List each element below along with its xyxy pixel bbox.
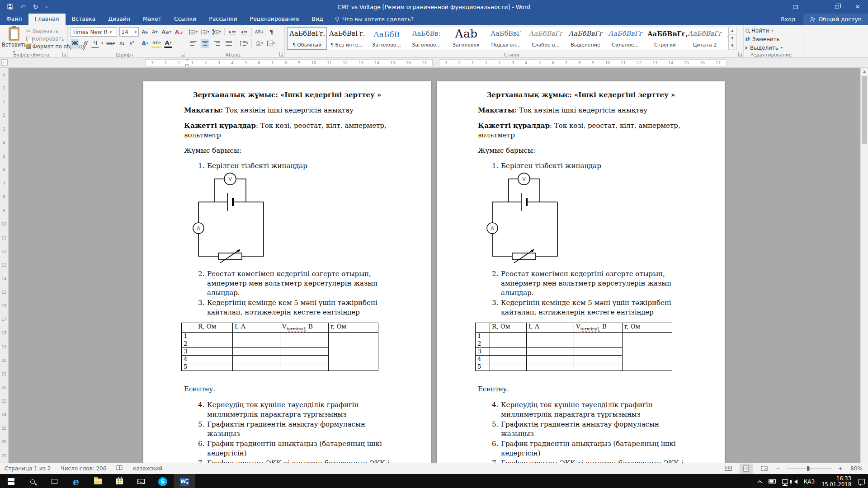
vertical-scrollbar[interactable]: ▲ [860,68,868,463]
text-effects-button[interactable]: А▾ [141,39,149,48]
style-item[interactable]: АаБбВвГ Подзагол... [486,27,526,50]
show-marks-button[interactable]: ¶ [267,28,276,37]
numbering-button[interactable]: 123▾ [201,28,209,37]
ribbon-tab[interactable]: Рассылки [203,14,243,25]
scroll-up-button[interactable]: ▲ [861,68,868,75]
ribbon-tab[interactable]: Вставка [66,14,102,25]
highlight-color-button[interactable]: ab▾ [151,39,162,48]
customize-qat-button[interactable]: ▿ [45,5,47,9]
align-left-button[interactable] [189,39,198,48]
decrease-indent-button[interactable] [228,28,236,37]
paste-button[interactable]: Вставить ▾ [2,26,26,51]
ribbon-tab[interactable]: Вид [306,14,330,25]
taskbar-search-button[interactable] [22,474,43,488]
indent-marker[interactable] [185,59,189,67]
minimize-button[interactable] [806,0,826,14]
taskbar-skype-button[interactable]: S [152,474,174,488]
results-table[interactable]: R, Ом I, A Vterminal, В r, Ом 1 2 3 4 5 [181,323,378,371]
shrink-font-button[interactable]: А▼ [151,28,159,37]
taskbar-mail-button[interactable] [130,474,152,488]
shading-button[interactable]: ▾ [255,39,264,48]
clear-formatting-button[interactable]: А◢ [174,28,183,37]
undo-button[interactable]: ↶ [20,4,26,10]
gallery-more-button[interactable]: ▼̱ [729,42,736,50]
page-2[interactable]: Зертханалық жұмыс: «Ішкі кедергіні зертт… [437,81,725,463]
taskbar-store-button[interactable] [108,474,130,488]
increase-indent-button[interactable] [240,28,248,37]
sign-in-button[interactable]: Вход [773,16,803,23]
select-button[interactable]: Выделить▾ [745,43,801,52]
ribbon-tab[interactable]: Рецензирование [244,14,306,25]
style-item[interactable]: АаБбВ Заголово... [367,27,406,50]
language-switcher[interactable]: ҚАЗ [801,474,818,488]
scrollbar-thumb[interactable] [862,76,867,144]
style-item[interactable]: АаБбВвГг Сильное... [605,27,645,50]
gallery-down-button[interactable]: ▼ [729,35,736,42]
paragraph-dialog-launcher[interactable] [279,52,283,56]
vertical-ruler[interactable]: 2112345678910111213141516171819202122232… [0,68,9,463]
font-size-combo[interactable]: 14▾ [119,27,138,37]
tell-me-box[interactable]: Что вы хотите сделать? [330,14,419,25]
zoom-slider[interactable] [787,469,832,469]
multilevel-list-button[interactable]: ▾ [212,28,221,37]
align-center-button[interactable] [201,39,209,48]
zoom-slider-thumb[interactable] [807,466,809,471]
borders-button[interactable]: ▾ [267,39,275,48]
change-case-button[interactable]: Аа▾ [161,28,172,37]
ribbon-display-options-button[interactable] [785,0,806,14]
start-button[interactable] [0,474,22,488]
line-spacing-button[interactable]: ▾ [240,39,248,48]
font-color-button[interactable]: А▾ [164,39,173,48]
font-dialog-launcher[interactable] [181,52,185,56]
sort-button[interactable]: АЯ↓ [255,28,264,37]
document-area[interactable]: 2112345678910111213141516171819202122232… [0,68,868,463]
clock[interactable]: 16:33 15.01.2018 [818,476,855,488]
grow-font-button[interactable]: А▲ [141,28,149,37]
find-button[interactable]: Найти▾ [745,26,801,35]
clipboard-dialog-launcher[interactable] [62,52,66,56]
web-layout-button[interactable] [758,464,771,474]
style-item[interactable]: АаБбВвГг Выделение [566,27,605,50]
taskbar-edge-button[interactable]: e [65,474,87,488]
ribbon-tab[interactable]: Файл [0,14,28,25]
taskbar-word-button[interactable]: W [174,474,195,488]
page-indicator[interactable]: Страница 1 из 2 [5,465,51,472]
tray-expand-button[interactable] [754,474,765,488]
style-item[interactable]: Аab Заголовок [446,27,486,50]
task-view-button[interactable] [43,474,65,488]
language-indicator[interactable]: казахский [133,465,162,472]
tab-selector[interactable]: ⌐ [1,59,8,66]
ribbon-tab[interactable]: Дизайн [102,14,137,25]
underline-dropdown[interactable]: ▾ [101,41,103,45]
page-1[interactable]: Зертханалық жұмыс: «Ішкі кедергіні зертт… [143,81,431,463]
style-item[interactable]: АаБбВвГг Слабое в... [526,27,566,50]
italic-button[interactable]: К [81,39,89,48]
justify-button[interactable] [224,39,233,48]
replace-button[interactable]: abacЗаменить [745,35,801,43]
style-item[interactable]: АаБбВвГг Выделенн... [725,27,729,50]
underline-button[interactable]: Ч [91,39,99,48]
ribbon-tab[interactable]: Главная [28,14,66,25]
action-center-button[interactable] [855,474,868,488]
close-button[interactable]: ✕ [847,0,868,14]
style-item[interactable]: АаБбВвГг, Строгий [645,27,685,50]
zoom-in-button[interactable]: + [838,465,843,472]
strikethrough-button[interactable]: abc [105,39,116,48]
style-item[interactable]: АаБбВвГг, ¶ Без инте... [327,27,367,50]
proofing-icon[interactable] [116,465,123,472]
horizontal-ruler[interactable]: ⌐ 3211234567891011121314151617 321123456… [0,58,868,68]
zoom-level[interactable]: 80% [847,465,863,472]
font-name-combo[interactable]: Times New R▾ [71,27,117,37]
network-indicator[interactable] [779,474,791,488]
ribbon-tab[interactable]: Ссылки [168,14,203,25]
word-count[interactable]: Число слов: 206 [61,465,106,472]
share-button[interactable]: Общий доступ [803,14,868,25]
restore-button[interactable] [826,0,847,14]
gallery-up-button[interactable]: ▲ [729,27,736,35]
volume-indicator[interactable] [791,474,801,488]
ribbon-tab[interactable]: Макет [137,14,168,25]
align-right-button[interactable] [212,39,221,48]
save-button[interactable] [7,4,13,10]
subscript-button[interactable]: x₂ [118,39,126,48]
bold-button[interactable]: Ж [71,39,79,48]
